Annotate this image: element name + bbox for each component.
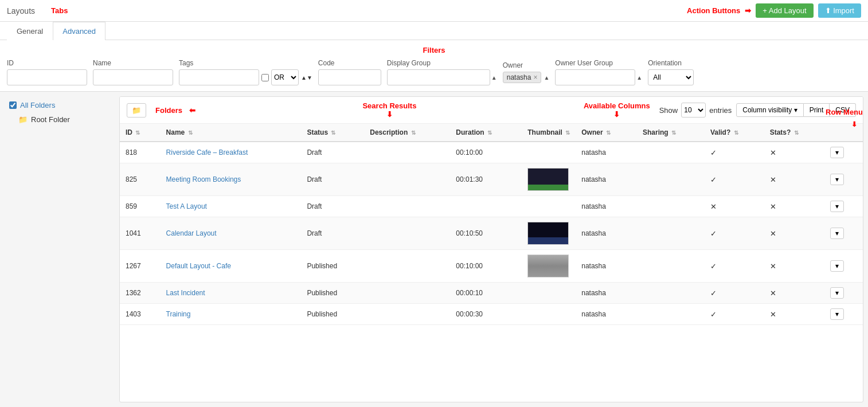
root-folder-label: Root Folder	[31, 115, 70, 124]
tab-advanced[interactable]: Advanced	[53, 22, 105, 40]
tags-checkbox[interactable]	[261, 74, 269, 81]
cell-id: 1362	[120, 283, 161, 304]
cell-name[interactable]: Calendar Layout	[161, 217, 302, 250]
row-menu-arrow: ⬇	[851, 120, 857, 128]
row-menu-button[interactable]: ▾	[830, 308, 844, 320]
cell-sharing	[637, 250, 705, 283]
cell-row-menu[interactable]: ▾	[824, 142, 863, 163]
cell-id: 818	[120, 142, 161, 163]
folder-view-button[interactable]: 📁	[127, 103, 146, 118]
cell-name[interactable]: Riverside Cafe – Breakfast	[161, 142, 302, 163]
cell-valid: ✓	[705, 283, 764, 304]
cell-name[interactable]: Last Incident	[161, 283, 302, 304]
entries-select[interactable]: 10 25 50 100	[681, 103, 706, 118]
row-menu-button[interactable]: ▾	[830, 174, 844, 185]
col-header-sharing[interactable]: Sharing ⇅	[637, 124, 705, 142]
col-header-actions: Row Menu ⬇	[824, 124, 863, 142]
cell-thumbnail	[522, 250, 576, 283]
valid-sort-icon: ⇅	[734, 130, 738, 136]
owner-tag-x[interactable]: ×	[533, 73, 537, 81]
or-select[interactable]: OR AND	[271, 69, 299, 85]
cell-duration	[450, 196, 522, 217]
cell-stats: ✕	[764, 283, 825, 304]
cell-valid: ✓	[705, 250, 764, 283]
id-label: ID	[7, 59, 87, 67]
description-sort-icon: ⇅	[411, 130, 416, 136]
col-header-owner[interactable]: Owner ⇅	[576, 124, 637, 142]
all-folders-label: All Folders	[20, 101, 55, 109]
col-header-id[interactable]: ID ⇅	[120, 124, 161, 142]
status-sort-icon: ⇅	[331, 130, 335, 136]
cell-thumbnail	[522, 217, 576, 250]
cell-stats: ✕	[764, 250, 825, 283]
search-results-annotation: Search Results	[362, 101, 416, 110]
cell-duration: 00:00:30	[450, 304, 522, 325]
row-menu-button[interactable]: ▾	[830, 260, 844, 272]
tab-general[interactable]: General	[7, 22, 53, 40]
cell-thumbnail	[522, 142, 576, 163]
col-header-description[interactable]: Description ⇅	[364, 124, 450, 142]
display-group-arrow: ▲	[491, 75, 497, 81]
filters-annotation: Filters	[423, 46, 445, 54]
cell-row-menu[interactable]: ▾	[824, 250, 863, 283]
name-input[interactable]	[93, 69, 173, 85]
id-input[interactable]	[7, 69, 87, 85]
cell-row-menu[interactable]: ▾	[824, 283, 863, 304]
owner-user-group-arrow: ▲	[636, 75, 642, 81]
cell-duration: 00:10:00	[450, 142, 522, 163]
col-header-status[interactable]: Status ⇅	[301, 124, 364, 142]
cell-thumbnail	[522, 304, 576, 325]
code-label: Code	[318, 59, 381, 67]
cell-duration: 00:10:00	[450, 250, 522, 283]
row-menu-button[interactable]: ▾	[830, 147, 844, 158]
owner-dropdown-arrow[interactable]: ▲	[544, 75, 549, 81]
col-header-thumbnail[interactable]: Thumbnail ⇅	[522, 124, 576, 142]
table-row: 859 Test A Layout Draft natasha ✕ ✕ ▾	[120, 196, 863, 217]
table-row: 825 Meeting Room Bookings Draft 00:01:30…	[120, 163, 863, 196]
orientation-select[interactable]: All Landscape Portrait	[648, 69, 694, 85]
tags-input[interactable]	[179, 69, 259, 85]
cell-status: Draft	[301, 217, 364, 250]
col-header-duration[interactable]: Duration ⇅	[450, 124, 522, 142]
owner-user-group-label: Owner User Group	[555, 59, 642, 67]
stats-sort-icon: ⇅	[794, 130, 799, 136]
cell-name[interactable]: Default Layout - Cafe	[161, 250, 302, 283]
cell-sharing	[637, 283, 705, 304]
row-menu-button[interactable]: ▾	[830, 201, 844, 212]
code-input[interactable]	[318, 69, 381, 85]
cell-valid: ✓	[705, 142, 764, 163]
cell-status: Draft	[301, 142, 364, 163]
owner-tag-value: natasha	[507, 73, 531, 81]
cell-name[interactable]: Meeting Room Bookings	[161, 163, 302, 196]
col-header-name[interactable]: Name ⇅	[161, 124, 302, 142]
layouts-title: Layouts	[7, 6, 35, 15]
cell-name[interactable]: Training	[161, 304, 302, 325]
name-sort-icon: ⇅	[188, 130, 193, 136]
cell-stats: ✕	[764, 304, 825, 325]
table-row: 1267 Default Layout - Cafe Published 00:…	[120, 250, 863, 283]
import-button[interactable]: ⬆ Import	[818, 3, 861, 18]
root-folder-icon: 📁	[18, 115, 28, 124]
display-group-input[interactable]	[387, 69, 490, 85]
cell-duration: 00:01:30	[450, 163, 522, 196]
row-menu-annotation: Row Menu	[826, 108, 863, 116]
cell-row-menu[interactable]: ▾	[824, 163, 863, 196]
cell-row-menu[interactable]: ▾	[824, 196, 863, 217]
cell-stats: ✕	[764, 217, 825, 250]
cell-thumbnail	[522, 163, 576, 196]
column-visibility-button[interactable]: Column visibility ▾	[736, 103, 803, 117]
add-layout-button[interactable]: + Add Layout	[756, 3, 813, 18]
col-header-valid[interactable]: Valid? ⇅	[705, 124, 764, 142]
all-folders-checkbox[interactable]	[9, 101, 17, 109]
cell-id: 1403	[120, 304, 161, 325]
row-menu-button[interactable]: ▾	[830, 228, 844, 239]
owner-user-group-input[interactable]	[555, 69, 635, 85]
display-group-label: Display Group	[387, 59, 497, 67]
cell-row-menu[interactable]: ▾	[824, 217, 863, 250]
cell-row-menu[interactable]: ▾	[824, 304, 863, 325]
folders-arrow: ⬅	[189, 106, 196, 115]
col-header-stats[interactable]: Stats? ⇅	[764, 124, 825, 142]
row-menu-button[interactable]: ▾	[830, 287, 844, 299]
cell-name[interactable]: Test A Layout	[161, 196, 302, 217]
cell-stats: ✕	[764, 196, 825, 217]
